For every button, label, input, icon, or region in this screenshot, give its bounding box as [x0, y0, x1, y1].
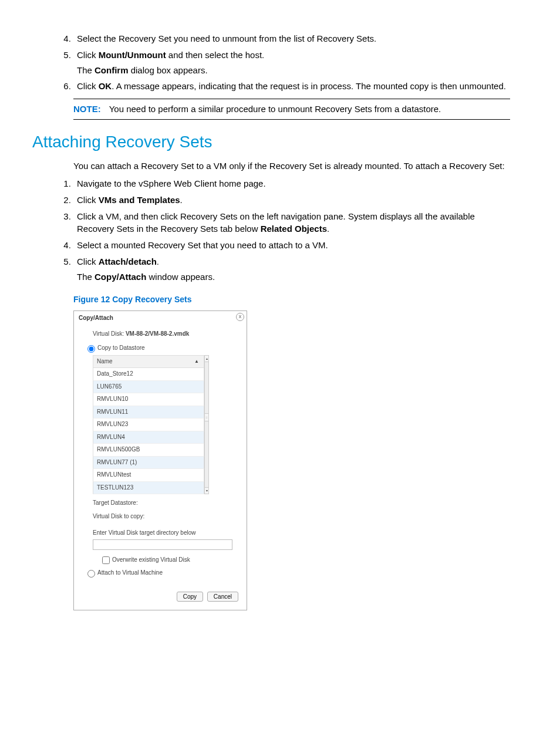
target-directory-input[interactable]: [93, 539, 232, 550]
scrollbar[interactable]: ▴ :: ▾: [204, 355, 209, 495]
step-text-b: and then select the host.: [166, 50, 265, 60]
overwrite-checkbox-row[interactable]: Overwrite existing Virtual Disk: [100, 555, 238, 566]
step-para-bold: Confirm: [95, 65, 129, 75]
list-item[interactable]: RMVLUN10: [93, 393, 204, 406]
step-para-a: The: [77, 65, 95, 75]
dialog-title: Copy/Attach: [74, 311, 247, 325]
target-datastore-label: Target Datastore:: [93, 499, 238, 508]
copy-attach-dialog: Copy/Attach x Virtual Disk: VM-88-2/VM-8…: [73, 310, 247, 610]
list-item[interactable]: RMVLUN4: [93, 431, 204, 444]
enter-directory-label: Enter Virtual Disk target directory belo…: [93, 529, 238, 538]
step-3: Click a VM, and then click Recovery Sets…: [73, 210, 510, 236]
note-box: NOTE:You need to perform a similar proce…: [73, 99, 510, 120]
unmount-steps: Select the Recovery Set you need to unmo…: [73, 32, 510, 93]
list-item[interactable]: RMVLUNtest: [93, 469, 204, 482]
step-text-b: . A message appears, indicating that the…: [112, 81, 506, 91]
list-item[interactable]: RMVLUN500GB: [93, 444, 204, 457]
list-item[interactable]: TESTLUN123: [93, 482, 204, 495]
virtual-disk-label: Virtual Disk: VM-88-2/VM-88-2.vmdk: [93, 330, 238, 339]
step-text: Click: [77, 50, 99, 60]
list-item[interactable]: LUN6765: [93, 381, 204, 394]
step-2: Click VMs and Templates.: [73, 194, 510, 207]
copy-to-datastore-radio[interactable]: Copy to Datastore: [85, 343, 238, 353]
section-title: Attaching Recovery Sets: [32, 130, 528, 154]
section-intro: You can attach a Recovery Set to a VM on…: [73, 160, 510, 173]
virtual-disk-to-copy-label: Virtual Disk to copy:: [93, 512, 238, 521]
note-text: You need to perform a similar procedure …: [109, 104, 441, 114]
virtual-disk-value: VM-88-2/VM-88-2.vmdk: [126, 330, 189, 337]
step-bold: OK: [99, 81, 112, 91]
step-4: Select the Recovery Set you need to unmo…: [73, 32, 510, 45]
dialog-buttons: Copy Cancel: [74, 588, 247, 610]
list-item[interactable]: RMVLUN77 (1): [93, 457, 204, 470]
step-1: Navigate to the vSphere Web Client home …: [73, 177, 510, 190]
scroll-handle-icon[interactable]: ::: [204, 413, 209, 421]
step-text: Select the Recovery Set you need to unmo…: [77, 33, 376, 43]
step-5: Click Mount/Unmount and then select the …: [73, 49, 510, 77]
sort-ascending-icon[interactable]: ▲: [194, 358, 199, 365]
attach-steps: Navigate to the vSphere Web Client home …: [73, 177, 510, 283]
step-6: Click OK. A message appears, indicating …: [73, 80, 510, 93]
overwrite-checkbox[interactable]: [102, 556, 110, 564]
list-header-name[interactable]: Name ▲: [93, 355, 204, 369]
step-4b: Select a mounted Recovery Set that you n…: [73, 239, 510, 252]
list-item[interactable]: Data_Store12: [93, 368, 204, 381]
scroll-down-icon[interactable]: ▾: [204, 487, 209, 494]
radio-attach-vm[interactable]: [87, 570, 95, 578]
datastore-list: Name ▲ Data_Store12 LUN6765 RMVLUN10 RMV…: [93, 355, 238, 495]
page-footer: 36 Working with Recovery Sets: [65, 744, 181, 746]
step-5b: Click Attach/detach. The Copy/Attach win…: [73, 255, 510, 283]
attach-to-vm-radio[interactable]: Attach to Virtual Machine: [85, 568, 238, 578]
step-para-b: dialog box appears.: [129, 65, 208, 75]
step-bold: Mount/Unmount: [99, 50, 166, 60]
close-icon[interactable]: x: [236, 313, 244, 321]
list-item[interactable]: RMVLUN11: [93, 406, 204, 419]
scroll-up-icon[interactable]: ▴: [204, 355, 209, 362]
list-item[interactable]: RMVLUN23: [93, 418, 204, 431]
note-label: NOTE:: [73, 104, 101, 114]
copy-button[interactable]: Copy: [177, 592, 203, 602]
step-text: Click: [77, 81, 99, 91]
radio-copy-datastore[interactable]: [87, 345, 95, 353]
cancel-button[interactable]: Cancel: [207, 592, 238, 602]
figure-caption: Figure 12 Copy Recovery Sets: [73, 293, 510, 305]
